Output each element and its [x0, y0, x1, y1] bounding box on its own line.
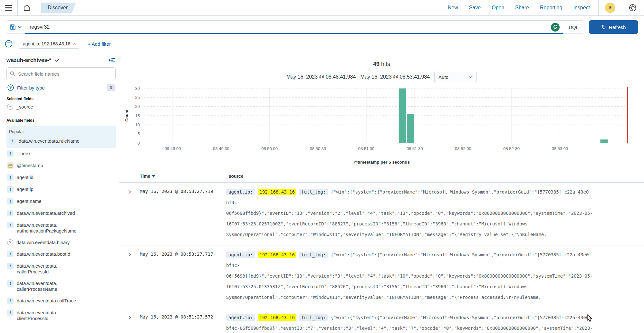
field-name: data.​win.​eventdata.​callTrace: [17, 298, 76, 304]
popular-fields-block: Popular tdata.​win.​eventdata.​ruleName: [6, 126, 116, 148]
filter-by-type-button[interactable]: Filter by type: [17, 85, 45, 90]
field-name: data.​win.​eventdata.​callerProcessName: [17, 281, 88, 292]
field-search-input[interactable]: [18, 71, 112, 77]
string-field-icon: t: [7, 150, 14, 157]
time-range-bar: May 16, 2023 @ 08:48:41.984 - May 16, 20…: [119, 71, 644, 83]
svg-text:08:52:00: 08:52:00: [455, 146, 471, 151]
field-name: data.​win.​eventdata.​callerProcessId: [17, 263, 88, 275]
grammarly-icon[interactable]: G: [551, 23, 560, 32]
chevron-down-icon: [54, 59, 59, 62]
hamburger-menu-icon[interactable]: [5, 5, 12, 11]
field-item-data-win-eventdata-authenticationpackagename[interactable]: tdata.​win.​eventdata.​authenticationPac…: [6, 219, 116, 237]
field-item-data-win-eventdata-callerprocessname[interactable]: tdata.​win.​eventdata.​callerProcessName: [6, 278, 116, 295]
nav-link-new[interactable]: New: [448, 5, 458, 11]
row-timestamp: May 16, 2023 @ 08:53:27.719: [140, 187, 226, 240]
time-range-text: May 16, 2023 @ 08:48:41.984 - May 16, 20…: [286, 74, 430, 80]
tab-discover[interactable]: Discover: [41, 3, 76, 13]
string-field-icon: t: [7, 263, 14, 269]
chevron-right-icon: [128, 252, 131, 257]
field-item-agent-ip[interactable]: tagent.​ip: [6, 184, 116, 195]
selected-fields-list: </>_source: [6, 101, 116, 113]
expand-row-button[interactable]: [119, 312, 140, 330]
refresh-button[interactable]: ↻ Refresh: [589, 20, 638, 34]
nav-link-share[interactable]: Share: [515, 5, 529, 11]
field-item-agent-name[interactable]: tagent.​name: [6, 195, 116, 207]
field-name: _source: [16, 104, 33, 110]
field-item-data-win-eventdata-binary[interactable]: ?data.​win.​eventdata.​binary: [6, 237, 116, 248]
expand-row-button[interactable]: [119, 187, 140, 240]
histogram-chart[interactable]: 05101520253008:49:0008:49:3008:50:0008:5…: [119, 85, 644, 160]
field-item--source[interactable]: </>_source: [6, 101, 116, 113]
field-item--index[interactable]: t_index: [6, 148, 116, 160]
query-language-button[interactable]: DQL: [563, 21, 584, 33]
home-segment: [18, 0, 36, 15]
svg-text:10: 10: [135, 122, 140, 127]
nav-link-save[interactable]: Save: [469, 5, 481, 11]
full-log-text: {"win":{"system":{"providerName":"Micros…: [226, 189, 593, 237]
filter-in-circle-icon[interactable]: [5, 40, 13, 48]
avatar-segment: a: [598, 0, 622, 15]
popular-heading: Popular: [8, 128, 114, 135]
full-log-key-badge: full_log:: [299, 314, 328, 321]
help-icon[interactable]: [629, 4, 637, 12]
field-name: data.​win.​eventdata.​clientProcessId: [17, 310, 88, 321]
collapse-left-icon: [109, 58, 115, 63]
remove-filter-icon[interactable]: ×: [73, 41, 76, 46]
field-item-data-win-eventdata-rulename[interactable]: tdata.​win.​eventdata.​ruleName: [8, 135, 114, 147]
chevron-right-icon: [128, 189, 131, 195]
collapse-sidebar-button[interactable]: [109, 58, 115, 63]
svg-text:0: 0: [138, 141, 140, 146]
string-field-icon: t: [7, 251, 14, 257]
filter-pill-label: agent.ip: 192.168.43.16: [23, 41, 70, 46]
field-item-agent-id[interactable]: tagent.​id: [6, 172, 116, 184]
page-body: wazuh-archives-* Filter by type 0 Select…: [0, 52, 644, 330]
fields-sidebar: wazuh-archives-* Filter by type 0 Select…: [0, 52, 119, 330]
full-log-key-badge: full_log:: [299, 252, 328, 258]
chevron-right-icon: [128, 315, 131, 320]
field-item-data-win-eventdata-bootid[interactable]: tdata.​win.​eventdata.​bootId: [6, 248, 116, 260]
svg-text:08:51:30: 08:51:30: [407, 146, 423, 151]
field-name: @timestamp: [17, 163, 43, 168]
nav-link-reporting[interactable]: Reporting: [540, 5, 562, 11]
column-header-time[interactable]: Time: [140, 174, 226, 179]
field-item-data-win-eventdata-callerprocessid[interactable]: tdata.​win.​eventdata.​callerProcessId: [6, 260, 116, 278]
highlighted-agent-ip: 192.168.43.16: [258, 314, 296, 321]
row-source: agent.ip: 192.168.43.16 full_log: {"win"…: [226, 312, 597, 330]
interval-select[interactable]: Auto: [434, 71, 477, 83]
filter-connector-line: [14, 44, 19, 44]
filter-pill-agent-ip[interactable]: agent.ip: 192.168.43.16 ×: [19, 39, 79, 49]
add-filter-button[interactable]: + Add filter: [88, 41, 111, 47]
field-item-data-win-eventdata-clientprocessid[interactable]: tdata.​win.​eventdata.​clientProcessId: [6, 307, 116, 324]
svg-text:08:50:00: 08:50:00: [261, 146, 278, 151]
field-item-data-win-eventdata-archived[interactable]: tdata.​win.​eventdata.​archived: [6, 207, 116, 219]
unknown-field-icon: ?: [7, 239, 13, 245]
string-field-icon: t: [7, 174, 14, 181]
hits-count: 49 hits: [119, 61, 644, 68]
index-pattern-selector[interactable]: wazuh-archives-*: [6, 57, 51, 63]
home-icon[interactable]: [23, 4, 31, 12]
avatar[interactable]: a: [605, 3, 615, 13]
svg-text:08:52:30: 08:52:30: [503, 146, 520, 151]
agent-ip-key-badge: agent.ip:: [226, 314, 255, 321]
full-log-key-badge: full_log:: [299, 189, 328, 195]
selected-fields-heading: Selected fields: [6, 97, 116, 101]
query-input[interactable]: [25, 24, 551, 30]
svg-text:08:50:30: 08:50:30: [310, 146, 326, 151]
string-field-icon: t: [9, 138, 15, 144]
svg-text:08:49:30: 08:49:30: [213, 146, 229, 151]
nav-link-open[interactable]: Open: [492, 5, 504, 11]
saved-query-menu-button[interactable]: [6, 21, 25, 33]
date-field-icon: [7, 162, 14, 169]
nav-link-inspect[interactable]: Inspect: [573, 5, 590, 11]
highlighted-agent-ip: 192.168.43.16: [258, 189, 296, 195]
save-query-icon: [10, 24, 16, 30]
field-item-data-win-eventdata-calltrace[interactable]: tdata.​win.​eventdata.​callTrace: [6, 295, 116, 307]
table-rows: May 16, 2023 @ 08:53:27.719agent.ip: 192…: [119, 183, 644, 330]
string-field-icon: t: [7, 222, 14, 228]
top-nav-links: NewSaveOpenShareReportingInspect: [448, 5, 598, 11]
expand-row-button[interactable]: [119, 250, 140, 303]
filter-bar: agent.ip: 192.168.43.16 × + Add filter: [0, 38, 644, 52]
help-segment: [622, 4, 639, 12]
query-input-zone: G: [25, 21, 563, 33]
field-item--timestamp[interactable]: @timestamp: [6, 160, 116, 172]
